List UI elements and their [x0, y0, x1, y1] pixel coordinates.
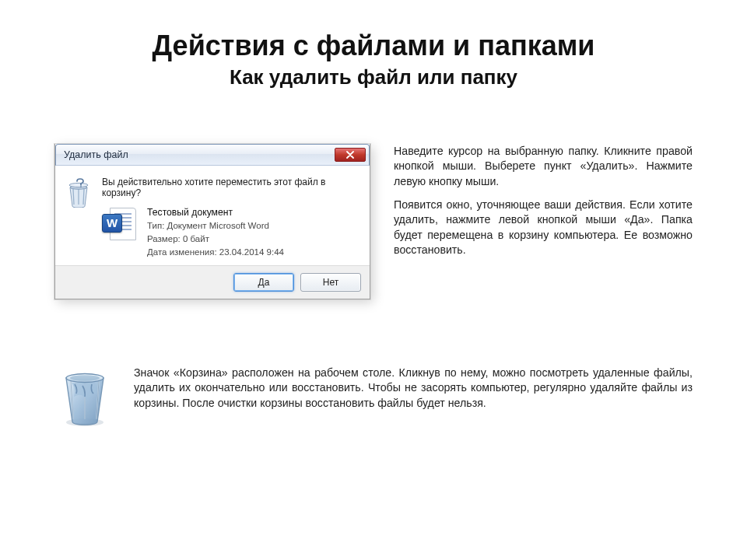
- file-date: Дата изменения: 23.04.2014 9:44: [147, 246, 284, 259]
- dialog-title-text: Удалить файл: [64, 149, 335, 160]
- svg-point-2: [80, 186, 82, 187]
- file-type: Тип: Документ Microsoft Word: [147, 219, 284, 233]
- word-document-icon: W: [102, 206, 138, 242]
- close-icon: [346, 151, 354, 159]
- dialog-button-bar: Да Нет: [55, 265, 370, 299]
- close-button[interactable]: [335, 148, 366, 162]
- svg-point-5: [70, 375, 100, 381]
- file-size: Размер: 0 байт: [147, 233, 284, 246]
- recycle-bin-paragraph: Значок «Корзина» расположен на рабочем с…: [134, 366, 693, 411]
- file-metadata: Тестовый документ Тип: Документ Microsof…: [147, 206, 284, 259]
- delete-file-dialog: Удалить файл Вы действительно хоти: [54, 144, 370, 299]
- recycle-question-icon: [66, 177, 91, 208]
- recycle-bin-icon: [54, 366, 115, 428]
- dialog-titlebar: Удалить файл: [55, 144, 370, 166]
- page-subtitle: Как удалить файл или папку: [54, 65, 693, 89]
- page-title: Действия с файлами и папками: [54, 31, 693, 61]
- instruction-paragraph-2: Появится окно, уточняющее ваши действия.…: [394, 198, 693, 258]
- no-button[interactable]: Нет: [300, 273, 361, 292]
- svg-point-1: [69, 183, 88, 187]
- instructions-block: Наведите курсор на выбранную папку. Клик…: [394, 144, 693, 299]
- confirm-text: Вы действительно хотите переместить этот…: [102, 177, 359, 198]
- yes-button[interactable]: Да: [233, 273, 294, 292]
- instruction-paragraph-1: Наведите курсор на выбранную папку. Клик…: [394, 144, 693, 190]
- file-name: Тестовый документ: [147, 206, 284, 220]
